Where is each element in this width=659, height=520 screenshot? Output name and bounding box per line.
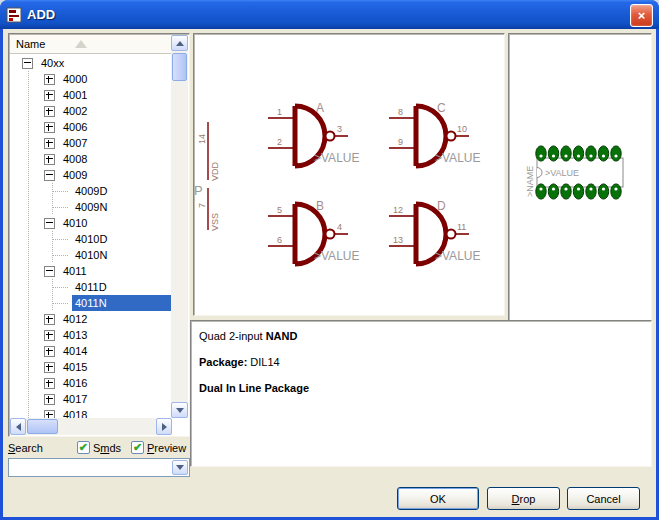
titlebar[interactable]: ADD × [0,0,659,29]
tree-connector [52,247,68,256]
drill-hole [539,154,542,157]
tree-item-4018[interactable]: 4018 [10,407,172,418]
expand-icon[interactable] [44,122,55,133]
tree-item-4010[interactable]: 4010 [10,215,172,231]
collapse-icon[interactable] [44,218,55,229]
expand-icon[interactable] [44,362,55,373]
horizontal-scroll-thumb[interactable] [27,419,58,434]
expand-icon[interactable] [44,90,55,101]
tree-item-4010n[interactable]: 4010N [10,247,172,263]
tree-item-4006[interactable]: 4006 [10,119,172,135]
expand-icon[interactable] [44,410,55,419]
preview-checkbox[interactable]: ✔ [131,441,144,454]
description-line-1: Quad 2-input NAND [199,330,643,342]
tree-item-4014[interactable]: 4014 [10,343,172,359]
svg-text:4: 4 [337,222,342,232]
pad [548,184,558,199]
expand-icon[interactable] [44,138,55,149]
description-line-2: Package: DIL14 [199,356,643,368]
tree-item-4002[interactable]: 4002 [10,103,172,119]
pad [611,146,621,161]
svg-text:P: P [194,183,203,198]
scroll-down-button[interactable] [171,402,188,418]
tree-item-label: 4011N [72,295,171,311]
tree-item-4000[interactable]: 4000 [10,71,172,87]
tree-item-4011[interactable]: 4011 [10,263,172,279]
drill-hole [614,187,617,190]
collapse-icon[interactable] [22,58,33,69]
svg-text:11: 11 [457,222,466,232]
expand-icon[interactable] [44,74,55,85]
collapse-icon[interactable] [44,266,55,277]
expand-icon[interactable] [44,330,55,341]
dialog-body: Name 40xx4000400140024006400740084009400… [3,29,656,517]
library-tree-panel: Name 40xx4000400140024006400740084009400… [8,33,190,437]
tree-item-label: 4010 [60,215,90,231]
tree-item-4011n[interactable]: 4011N [10,295,172,311]
tree-item-40xx[interactable]: 40xx [10,55,172,71]
pad [586,146,596,161]
tree-item-4011d[interactable]: 4011D [10,279,172,295]
chevron-down-icon [176,465,184,470]
scroll-right-button[interactable] [156,418,172,435]
expand-icon[interactable] [44,154,55,165]
tree-vertical-scrollbar[interactable] [171,35,188,418]
drop-button[interactable]: Drop [487,487,560,510]
svg-text:1: 1 [277,107,282,117]
window-title: ADD [27,7,55,22]
tree-horizontal-scrollbar[interactable] [10,418,172,435]
schematic-preview: 14 VDD 7 VSS P 1 2 3 A >VAL [194,34,504,315]
package-notch [537,168,542,178]
vertical-scroll-thumb[interactable] [172,53,187,81]
tree-item-label: 4006 [60,119,90,135]
arrow-up-icon [176,41,184,46]
tree-item-4013[interactable]: 4013 [10,327,172,343]
expand-icon[interactable] [44,394,55,405]
search-row: Search ✔ Smds ✔ Preview [8,439,190,456]
tree-item-4012[interactable]: 4012 [10,311,172,327]
tree-column-header[interactable]: Name [10,35,172,54]
cancel-button[interactable]: Cancel [567,487,640,510]
tree-connector [52,183,68,192]
drill-hole [577,187,580,190]
combo-dropdown-button[interactable] [172,460,188,475]
expand-icon[interactable] [44,346,55,357]
drill-hole [589,187,592,190]
description-panel: Quad 2-input NAND Package: DIL14 Dual In… [190,320,652,467]
search-input[interactable] [8,458,190,477]
svg-text:VDD: VDD [210,161,220,181]
tree-connector [52,199,68,208]
tree-item-4001[interactable]: 4001 [10,87,172,103]
ok-button[interactable]: OK [397,487,479,510]
tree-item-4009n[interactable]: 4009N [10,199,172,215]
tree-item-4010d[interactable]: 4010D [10,231,172,247]
collapse-icon[interactable] [44,170,55,181]
expand-icon[interactable] [44,314,55,325]
pad [573,146,583,161]
svg-text:3: 3 [337,124,342,134]
tree-item-4016[interactable]: 4016 [10,375,172,391]
scroll-left-button[interactable] [10,418,26,435]
tree-item-4015[interactable]: 4015 [10,359,172,375]
tree-connector [52,295,68,304]
scroll-up-button[interactable] [171,35,188,51]
close-button[interactable]: × [630,4,653,27]
arrow-right-icon [162,423,167,431]
tree-item-4009[interactable]: 4009 [10,167,172,183]
smds-checkbox[interactable]: ✔ [77,441,90,454]
pad [536,146,546,161]
tree-item-label: 4008 [60,151,90,167]
tree-item-4017[interactable]: 4017 [10,391,172,407]
tree-item-4008[interactable]: 4008 [10,151,172,167]
expand-icon[interactable] [44,106,55,117]
tree-item-4009d[interactable]: 4009D [10,183,172,199]
drill-hole [602,187,605,190]
tree-header-label: Name [16,38,45,50]
tree-item-4007[interactable]: 4007 [10,135,172,151]
expand-icon[interactable] [44,378,55,389]
svg-text:13: 13 [393,235,403,245]
nand-gate-c: 8 9 10 C >VALUE [389,101,480,166]
package-preview: >NAME >VALUE [509,34,651,320]
tree-item-label: 4001 [60,87,90,103]
drill-hole [589,154,592,157]
